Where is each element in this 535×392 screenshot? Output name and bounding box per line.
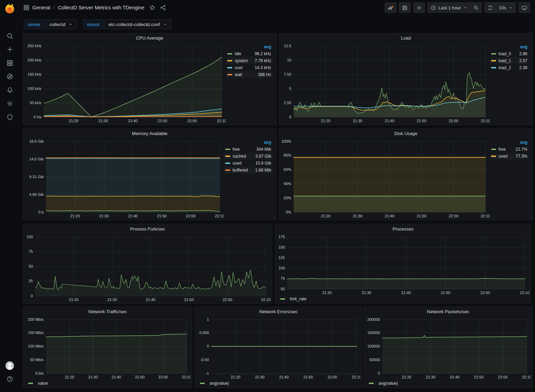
refresh-group: 10s (485, 2, 516, 13)
chart-disk-usage[interactable]: 0%20%40%60%80%100%21:2021:3021:4021:5022… (281, 138, 490, 219)
chart-processes[interactable]: 507510012515017521:2021:3021:4021:5022:0… (277, 233, 529, 296)
svg-text:150 kHz: 150 kHz (27, 72, 41, 76)
panel-title[interactable]: Network Errors/sec (195, 307, 362, 316)
series-swatch (200, 383, 205, 384)
alerting-bell-icon[interactable] (0, 83, 19, 97)
legend-series-avg: 96.2 kHz (251, 51, 271, 56)
panel-title[interactable]: Processes (275, 224, 531, 233)
create-plus-icon[interactable] (0, 43, 19, 56)
svg-text:21:40: 21:40 (385, 119, 395, 123)
chart-network-packets[interactable]: 05000010000015000020000021:2021:3021:402… (365, 316, 531, 380)
legend-item-free[interactable]: free344 Mib (224, 146, 273, 153)
legend-series-name: load_2 (498, 65, 511, 70)
chart-load[interactable]: 02.5057.501012.521:2021:3021:4021:5022:0… (281, 42, 490, 124)
legend-series-avg: 22.7% (512, 147, 527, 152)
legend-avg-header: avg (224, 140, 273, 146)
dashboards-grid-icon[interactable] (0, 56, 19, 70)
configuration-gear-icon[interactable] (0, 97, 19, 110)
help-icon[interactable] (0, 372, 19, 386)
legend-item-used[interactable]: used10.8 Gib (224, 160, 273, 167)
save-dashboard-button[interactable] (399, 2, 411, 13)
legend-series-name: fork_rate (290, 297, 306, 301)
chart-memory-available[interactable]: 0 b4.66 Gib9.31 Gib14.0 Gib18.6 Gib21:20… (25, 138, 224, 219)
panel-title[interactable]: Network Traffic/sec (23, 307, 192, 316)
panel-network-traffic: Network Traffic/sec 0 b/s50 Mb/s100 Mb/s… (23, 307, 192, 388)
legend-item-load_2[interactable]: load_22.38 (490, 64, 529, 71)
breadcrumb-folder[interactable]: General (32, 5, 50, 10)
svg-text:21:30: 21:30 (98, 119, 108, 123)
panel-cpu-average: CPU Average 0 Hz50 kHz100 kHz150 kHz200 … (23, 33, 276, 125)
svg-text:-0.50: -0.50 (200, 358, 209, 362)
legend-item-avg(value)[interactable]: avg(value) (200, 381, 229, 386)
explore-compass-icon[interactable] (0, 70, 19, 83)
legend-item-avg(value)[interactable]: avg(value) (369, 381, 398, 386)
svg-text:21:40: 21:40 (385, 214, 395, 218)
chart-process-fork[interactable]: 025507510021:2021:3021:4021:5022:0022:10 (25, 233, 270, 303)
panel-processes: Processes 507510012515017521:2021:3021:4… (275, 224, 531, 304)
chart-cpu-average[interactable]: 0 Hz50 kHz100 kHz150 kHz200 kHz250 kHz21… (25, 42, 226, 124)
refresh-interval-picker[interactable]: 10s (496, 2, 516, 13)
legend-series-name: free (498, 147, 506, 152)
svg-text:4.66 Gib: 4.66 Gib (29, 192, 44, 197)
cycle-view-mode-button[interactable] (519, 2, 530, 13)
search-icon[interactable] (0, 29, 19, 43)
svg-text:22:10: 22:10 (182, 375, 191, 379)
svg-text:22:00: 22:00 (159, 375, 168, 379)
svg-text:200000: 200000 (367, 317, 380, 322)
legend-series-avg: 2.57 (516, 58, 527, 63)
svg-text:0: 0 (378, 371, 380, 375)
legend-series-avg: 3.67 Gib (252, 154, 271, 159)
legend-item-used[interactable]: used77.3% (490, 153, 529, 160)
star-icon[interactable] (149, 5, 155, 10)
series-swatch (225, 162, 230, 164)
svg-text:0: 0 (31, 294, 33, 298)
legend-item-fork_rate[interactable]: fork_rate (280, 297, 306, 301)
legend-item-buffered[interactable]: buffered1.68 Mib (224, 167, 273, 174)
share-icon[interactable] (160, 5, 166, 10)
dashboard-settings-button[interactable] (413, 2, 425, 13)
legend-item-free[interactable]: free22.7% (490, 146, 529, 153)
legend-item-value[interactable]: value (28, 381, 48, 386)
legend: avg(value) (196, 380, 360, 387)
legend-item-system[interactable]: system7.79 kHz (226, 57, 273, 64)
svg-text:5: 5 (289, 86, 291, 91)
svg-text:21:40: 21:40 (146, 298, 155, 302)
legend-avg-header: avg (490, 44, 529, 50)
svg-text:21:30: 21:30 (107, 298, 117, 302)
panel-title[interactable]: Process Fork/sec (23, 224, 272, 233)
variable-mount-value-dropdown[interactable]: etc-collectd-collectd.conf (104, 19, 171, 29)
refresh-button[interactable] (485, 2, 496, 13)
panel-title[interactable]: Memory Available (23, 129, 276, 138)
legend-item-load_1[interactable]: load_12.57 (490, 57, 529, 64)
dashboard-title[interactable]: CollectD Server Metrics with TDengine (58, 5, 145, 10)
legend-item-cached[interactable]: cached3.67 Gib (224, 153, 273, 160)
legend-item-user[interactable]: user14.3 kHz (226, 64, 273, 71)
legend-series-name: load_0 (498, 51, 511, 56)
series-swatch (225, 149, 230, 150)
time-range-picker[interactable]: Last 1 hour (428, 2, 471, 13)
legend-series-name: value (38, 381, 48, 386)
panel-title[interactable]: CPU Average (23, 33, 276, 42)
grafana-logo[interactable] (4, 3, 16, 15)
panel-title[interactable]: Disk Usage (279, 129, 532, 138)
server-admin-shield-icon[interactable] (0, 110, 19, 124)
panel-title[interactable]: Load (279, 33, 532, 42)
legend-item-load_0[interactable]: load_02.86 (490, 50, 529, 57)
svg-text:0: 0 (289, 115, 291, 119)
series-swatch (227, 60, 232, 61)
user-avatar[interactable] (0, 359, 19, 372)
chart-network-errors[interactable]: -1-0.5000.500121:2021:3021:4021:5022:002… (196, 316, 360, 380)
svg-text:0 b/s: 0 b/s (35, 371, 44, 375)
sidebar-bottom (0, 359, 19, 386)
chart-network-traffic[interactable]: 0 b/s50 Mb/s100 Mb/s150 Mb/s200 Mb/s21:2… (25, 316, 191, 380)
legend-item-idle[interactable]: idle96.2 kHz (226, 50, 273, 57)
svg-text:21:50: 21:50 (135, 375, 145, 379)
svg-text:22:10: 22:10 (520, 291, 529, 295)
svg-text:12.5: 12.5 (284, 44, 291, 48)
legend-item-wait[interactable]: wait386 Hz (226, 71, 273, 78)
add-panel-button[interactable] (385, 2, 396, 13)
zoom-out-time-button[interactable] (471, 2, 482, 13)
variable-server-value-dropdown[interactable]: collectd (45, 19, 77, 29)
panel-title[interactable]: Network Packets/sec (364, 307, 532, 316)
breadcrumb: General / CollectD Server Metrics with T… (24, 5, 166, 10)
